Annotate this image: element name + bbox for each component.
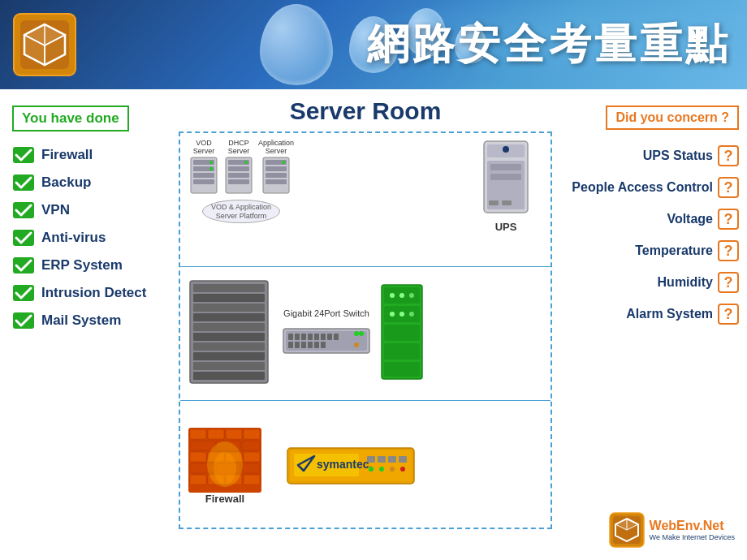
svg-point-70: [354, 342, 359, 347]
svg-rect-23: [228, 166, 249, 171]
svg-rect-24: [228, 173, 249, 178]
concern-item: Alarm System ?: [564, 304, 739, 325]
server-room-box: VODServer D: [179, 131, 552, 529]
svg-point-114: [379, 467, 384, 472]
list-item: Intrusion Detect: [12, 284, 158, 302]
svg-rect-67: [321, 342, 326, 348]
symantec-unit: symantec.: [286, 442, 416, 490]
center-panel: Server Room VODServer: [171, 89, 560, 560]
header-logo: [12, 12, 77, 77]
vod-platform-label: VOD & ApplicationServer Platform: [202, 200, 280, 224]
question-icon: ?: [718, 272, 739, 293]
svg-rect-98: [190, 475, 206, 485]
svg-rect-109: [367, 456, 375, 463]
svg-rect-101: [244, 475, 260, 485]
checklist: Firewall Backup VPN: [12, 146, 158, 330]
main-content: You have done Firewall Backup: [0, 89, 747, 560]
svg-rect-76: [384, 362, 420, 377]
svg-rect-64: [301, 342, 306, 348]
svg-point-79: [409, 293, 414, 298]
svg-rect-61: [334, 334, 339, 340]
app-server: ApplicationServer: [258, 140, 294, 196]
decoration-drop: [260, 4, 333, 85]
svg-rect-59: [321, 334, 326, 340]
svg-rect-97: [242, 463, 260, 473]
svg-rect-111: [388, 456, 396, 463]
firewall-label: Firewall: [205, 493, 244, 505]
question-icon: ?: [718, 304, 739, 325]
svg-point-69: [359, 331, 364, 336]
server-rack: [188, 279, 270, 388]
concern-title: Did you concern ?: [606, 106, 739, 130]
svg-rect-48: [193, 342, 265, 351]
list-item: Mail System: [12, 312, 158, 330]
svg-rect-25: [228, 179, 249, 184]
svg-rect-74: [384, 325, 420, 341]
svg-rect-46: [193, 323, 265, 331]
vod-server: VODServer: [188, 140, 219, 196]
right-panel: Did you concern ? UPS Status ? People Ac…: [560, 89, 747, 560]
patch-panel: [378, 283, 426, 384]
concern-item: Voltage ?: [564, 209, 739, 230]
svg-rect-51: [193, 372, 265, 380]
svg-point-38: [503, 146, 509, 153]
svg-rect-43: [193, 294, 265, 302]
server-row-1: VODServer D: [180, 133, 551, 267]
svg-rect-60: [327, 334, 332, 340]
svg-point-81: [399, 312, 404, 317]
switch-label: Gigabit 24Port Switch: [283, 308, 369, 319]
svg-point-20: [209, 167, 213, 170]
svg-rect-54: [288, 334, 293, 340]
concern-item: People Access Control ?: [564, 177, 739, 198]
list-item: ERP System: [12, 256, 158, 274]
question-icon: ?: [718, 240, 739, 261]
svg-text:symantec.: symantec.: [317, 458, 372, 471]
concern-item: UPS Status ?: [564, 145, 739, 166]
svg-rect-86: [226, 429, 242, 439]
list-item: Anti-virus: [12, 229, 158, 247]
checkmark-icon: [12, 201, 35, 219]
svg-rect-18: [193, 179, 214, 184]
question-icon: ?: [718, 177, 739, 198]
svg-point-32: [282, 161, 285, 164]
svg-rect-29: [266, 166, 287, 171]
svg-rect-42: [193, 284, 265, 292]
svg-rect-36: [490, 164, 521, 170]
svg-rect-31: [266, 179, 287, 184]
server-row-3: Firewall symantec.: [180, 401, 551, 531]
server-room-title: Server Room: [179, 97, 552, 125]
svg-rect-63: [295, 342, 300, 348]
svg-rect-110: [378, 456, 386, 463]
svg-rect-47: [193, 333, 265, 341]
svg-rect-17: [193, 173, 214, 178]
svg-rect-87: [244, 429, 260, 439]
svg-point-113: [369, 467, 374, 472]
checkmark-icon: [12, 256, 35, 274]
you-have-done-label: You have done: [12, 106, 129, 131]
server-cluster: VODServer D: [188, 140, 294, 223]
dhcp-server: DHCPServer: [223, 140, 254, 196]
svg-rect-62: [288, 342, 293, 348]
svg-rect-55: [295, 334, 300, 340]
svg-rect-112: [399, 456, 407, 463]
switch-unit: Gigabit 24Port Switch: [282, 308, 371, 359]
question-icon: ?: [718, 145, 739, 166]
checkmark-icon: [12, 312, 35, 330]
concern-item: Temperature ?: [564, 240, 739, 261]
svg-rect-45: [193, 313, 265, 321]
svg-rect-39: [489, 200, 499, 205]
svg-point-80: [390, 312, 395, 317]
list-item: Backup: [12, 174, 158, 192]
svg-point-116: [400, 467, 405, 472]
svg-rect-57: [308, 334, 313, 340]
left-panel: You have done Firewall Backup: [0, 89, 171, 560]
svg-point-82: [409, 312, 414, 317]
svg-rect-84: [190, 429, 206, 439]
webenv-text: WebEnv.Net We Make Internet Devices: [650, 519, 735, 541]
svg-rect-75: [384, 343, 420, 360]
svg-rect-30: [266, 173, 287, 178]
svg-rect-94: [244, 452, 260, 462]
checkmark-icon: [12, 146, 35, 164]
ups-label: UPS: [495, 221, 517, 233]
server-row-2: Gigabit 24Port Switch: [180, 267, 551, 401]
